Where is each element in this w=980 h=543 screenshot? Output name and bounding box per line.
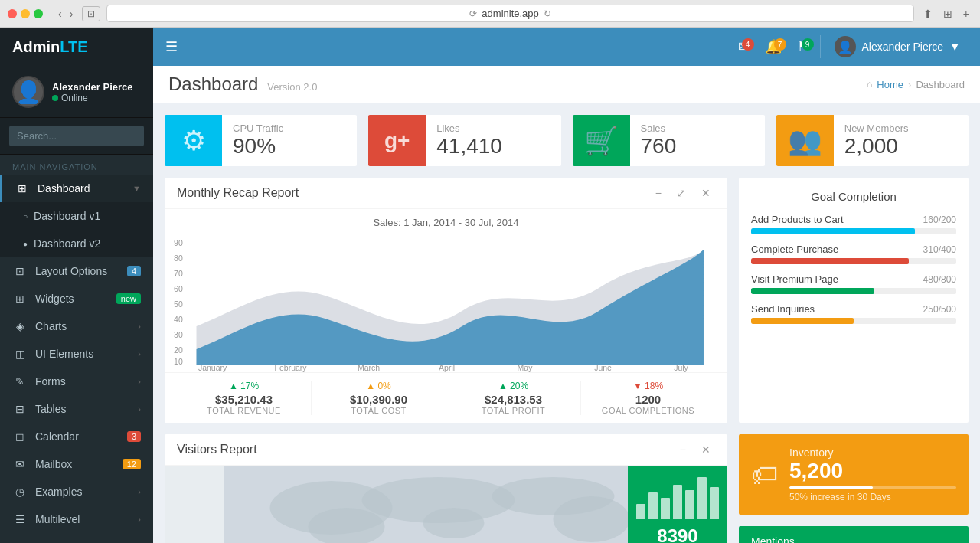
users-icon: 👥	[788, 125, 822, 157]
more-button[interactable]: +	[960, 6, 972, 21]
sidebar-item-label: Charts	[35, 320, 138, 332]
mail-nav-item[interactable]: ✉ 4	[733, 38, 754, 55]
bar-3	[661, 498, 670, 519]
forward-button[interactable]: ›	[67, 6, 77, 21]
main-content: Dashboard Version 2.0 ⌂ Home › Dashboard…	[153, 66, 980, 543]
stat-cpu: ⚙ CPU Traffic 90%	[165, 115, 357, 166]
sidebar-logo[interactable]: AdminLTE	[0, 28, 153, 67]
share-button[interactable]: ⬆	[920, 6, 936, 21]
chevron-right-icon: ›	[138, 404, 141, 414]
minimize-dot[interactable]	[21, 9, 30, 18]
members-value: 2,000	[844, 134, 958, 159]
cpu-label: CPU Traffic	[233, 123, 346, 134]
bar-4	[673, 485, 682, 519]
user-name: Alexander Pierce	[52, 81, 133, 93]
visitors-title: Visitors Report	[177, 443, 257, 456]
goal-value: 160/200	[923, 214, 956, 225]
members-content: New Members 2,000	[834, 115, 969, 166]
progress-bar-premium	[751, 288, 956, 294]
sidebar-item-label: Multilevel	[35, 513, 138, 525]
sidebar-item-charts[interactable]: ◈ Charts ›	[0, 312, 153, 340]
goals-trend: ▼ 18%	[581, 381, 715, 391]
user-info: Alexander Pierce Online	[52, 81, 133, 103]
maximize-dot[interactable]	[34, 9, 43, 18]
chart-title: Sales: 1 Jan, 2014 - 30 Jul, 2014	[172, 217, 720, 228]
page-title-wrap: Dashboard Version 2.0	[168, 74, 317, 95]
view-button[interactable]: ⊡	[82, 6, 100, 21]
sidebar-item-dashboard[interactable]: ⊞ Dashboard ▼	[0, 175, 153, 202]
visitors-tools: − ✕	[675, 442, 715, 457]
members-label: New Members	[844, 123, 958, 134]
cpu-icon-wrap: ⚙	[165, 115, 222, 166]
url-bar[interactable]: ⟳ adminlte.app ↻	[106, 5, 913, 22]
svg-text:February: February	[275, 364, 308, 372]
sidebar-item-dashboard-v2[interactable]: Dashboard v2	[0, 230, 153, 257]
sidebar-item-layout-options[interactable]: ⊡ Layout Options 4	[0, 257, 153, 285]
svg-text:90: 90	[174, 239, 183, 247]
close-dot[interactable]	[8, 9, 17, 18]
search-input[interactable]	[9, 126, 144, 146]
goals-value: 1200	[581, 393, 715, 406]
likes-content: Likes 41,410	[426, 115, 560, 166]
inventory-label: Inventory	[789, 447, 956, 459]
goal-item-cart: Add Products to Cart 160/200	[751, 214, 956, 234]
sidebar-item-widgets[interactable]: ⊞ Widgets new	[0, 285, 153, 312]
tables-icon: ⊟	[12, 403, 28, 415]
sidebar-item-ui-elements[interactable]: ◫ UI Elements ›	[0, 340, 153, 368]
svg-text:10: 10	[174, 358, 183, 366]
cpu-icon: ⚙	[181, 125, 206, 157]
goal-item-purchase: Complete Purchase 310/400	[751, 244, 956, 264]
svg-text:70: 70	[174, 270, 183, 278]
svg-text:January: January	[198, 364, 227, 372]
sidebar-toggle-button[interactable]: ☰	[165, 38, 178, 55]
svg-text:80: 80	[174, 254, 183, 263]
back-button[interactable]: ‹	[55, 6, 65, 21]
sidebar-item-multilevel[interactable]: ☰ Multilevel ›	[0, 505, 153, 533]
search-wrap: 🔍	[9, 126, 144, 146]
svg-text:April: April	[439, 364, 455, 372]
visitor-count: 8390	[657, 525, 697, 544]
goal-completions-stat: ▼ 18% 1200 GOAL COMPLETIONS	[581, 381, 715, 415]
svg-point-20	[423, 508, 485, 538]
minimize-button[interactable]: −	[651, 185, 666, 201]
user-menu[interactable]: 👤 Alexander Pierce ▼	[827, 31, 968, 62]
sidebar-user: 👤 Alexander Pierce Online	[0, 67, 153, 118]
cost-value: $10,390.90	[312, 393, 446, 406]
flag-badge: 9	[802, 38, 814, 51]
sidebar-item-label: UI Elements	[35, 348, 138, 360]
browser-right: ⬆ ⊞ +	[920, 6, 972, 21]
goal-item-header: Visit Premium Page 480/800	[751, 273, 956, 285]
sidebar-item-label: Calendar	[35, 430, 127, 443]
sidebar-item-tables[interactable]: ⊟ Tables ›	[0, 395, 153, 423]
sidebar-item-calendar[interactable]: ◻ Calendar 3	[0, 423, 153, 450]
layout-badge: 4	[127, 266, 141, 276]
sidebar-item-dashboard-v1[interactable]: Dashboard v1	[0, 202, 153, 230]
goal-item-header: Add Products to Cart 160/200	[751, 214, 956, 225]
sidebar-item-label: Forms	[35, 375, 138, 388]
chart-footer: ▲ 17% $35,210.43 TOTAL REVENUE ▲ 0% $10,…	[165, 372, 727, 423]
sidebar-item-mailbox[interactable]: ✉ Mailbox 12	[0, 450, 153, 478]
svg-text:June: June	[594, 364, 612, 372]
charts-icon: ◈	[12, 320, 28, 332]
bell-nav-item[interactable]: 🔔 7	[760, 38, 786, 55]
flag-nav-item[interactable]: ⚑ 9	[792, 38, 814, 55]
tabs-button[interactable]: ⊞	[940, 6, 956, 21]
sidebar-item-examples[interactable]: ◷ Examples ›	[0, 478, 153, 505]
goal-item-header: Complete Purchase 310/400	[751, 244, 956, 255]
widgets-icon: ⊞	[12, 293, 28, 305]
sidebar-item-forms[interactable]: ✎ Forms ›	[0, 368, 153, 395]
minimize-button[interactable]: −	[675, 442, 691, 457]
cost-trend: ▲ 0%	[312, 381, 446, 391]
app: AdminLTE 👤 Alexander Pierce Online 🔍 MAI…	[0, 28, 980, 543]
progress-bar-purchase	[751, 258, 956, 264]
stats-row: ⚙ CPU Traffic 90% g+ Likes 41,	[165, 115, 969, 166]
visitor-bars	[636, 477, 719, 519]
breadcrumb-home[interactable]: Home	[877, 79, 903, 90]
close-button[interactable]: ✕	[697, 442, 715, 457]
likes-icon-wrap: g+	[368, 115, 426, 166]
stat-sales: 🛒 Sales 760	[573, 115, 765, 166]
goal-value: 250/500	[923, 304, 956, 315]
expand-button[interactable]: ⤢	[672, 185, 691, 201]
close-button[interactable]: ✕	[697, 185, 715, 201]
sidebar-item-label: Examples	[35, 486, 138, 498]
